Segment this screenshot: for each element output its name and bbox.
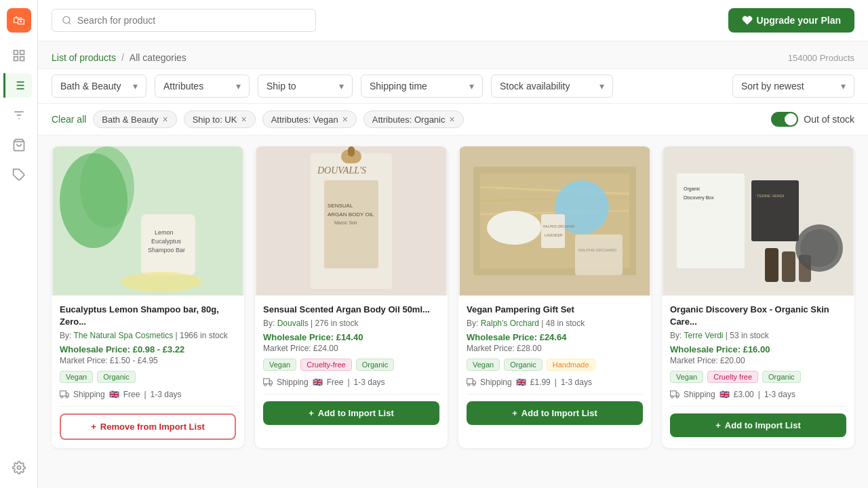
sort-filter[interactable]: Sort by newest ▾ (732, 75, 854, 98)
ship-to-filter[interactable]: Ship to ▾ (258, 75, 353, 98)
upgrade-button[interactable]: Upgrade your Plan (728, 8, 854, 33)
sidebar-item-filters[interactable] (7, 103, 31, 127)
product-image-2: DOUVALL'S SENSUAL ARGAN BODY OIL Maroc S… (255, 146, 448, 296)
stock-availability-filter[interactable]: Stock availability ▾ (491, 75, 613, 98)
shipping-icon (670, 390, 679, 399)
sidebar-item-shop[interactable] (7, 133, 31, 157)
breadcrumb-link[interactable]: List of products (52, 52, 116, 63)
app-logo: 🛍 (7, 8, 31, 33)
product-image-3: RALPHS ORCHARD LAVENDER RALPHS ORCHARD (458, 146, 651, 296)
product-by-1: By: The Natural Spa Cosmetics | 1966 in … (60, 331, 236, 340)
svg-rect-53 (541, 214, 565, 248)
toggle-thumb (785, 113, 797, 125)
svg-rect-56 (575, 235, 623, 275)
svg-line-17 (68, 22, 71, 24)
breadcrumb: List of products / All categories (52, 52, 186, 63)
filter-tag-organic: Attributes: Organic × (363, 110, 464, 128)
product-market-1: Market Price: £1.50 - £4.95 (60, 356, 236, 365)
tag-vegan-1: Vegan (60, 371, 93, 383)
svg-text:Discovery Box: Discovery Box (684, 195, 714, 201)
svg-point-72 (800, 229, 838, 267)
svg-point-75 (671, 396, 673, 399)
sidebar-item-settings[interactable] (7, 455, 31, 480)
shipping-icon (60, 390, 69, 399)
product-seller-link-1[interactable]: The Natural Spa Cosmetics (73, 331, 173, 340)
add-to-import-list-button-4[interactable]: + Add to Import List (670, 413, 846, 437)
svg-rect-1 (20, 51, 24, 55)
svg-point-76 (676, 396, 678, 399)
svg-rect-41 (264, 379, 270, 384)
flag-uk-2: 🇬🇧 (313, 378, 323, 387)
search-box[interactable] (52, 9, 316, 32)
shipping-info-3: Shipping 🇬🇧 £1.99 | 1-3 days (467, 378, 643, 394)
product-by-4: By: Terre Verdi | 53 in stock (670, 331, 846, 340)
svg-point-20 (80, 146, 134, 228)
product-seller-link-2[interactable]: Douvalls (277, 319, 309, 328)
product-seller-link-3[interactable]: Ralph's Orchard (481, 319, 539, 328)
product-title-2: Sensual Scented Argan Body Oil 50ml... (263, 304, 439, 316)
product-info-2: Sensual Scented Argan Body Oil 50ml... B… (255, 296, 448, 433)
category-filter[interactable]: Bath & Beauty ▾ (52, 75, 146, 98)
out-of-stock-toggle-container: Out of stock (771, 112, 854, 127)
out-of-stock-label: Out of stock (804, 114, 854, 125)
svg-point-52 (487, 211, 541, 245)
attributes-filter[interactable]: Attributes ▾ (155, 75, 250, 98)
svg-point-26 (121, 272, 202, 292)
svg-point-61 (473, 384, 475, 386)
svg-rect-28 (60, 391, 66, 396)
product-count: 154000 Products (788, 53, 854, 63)
product-market-2: Market Price: £24.00 (263, 344, 439, 353)
tag-organic-1: Organic (97, 371, 136, 383)
product-info-4: Organic Discovery Box - Organic Skin Car… (662, 296, 854, 445)
svg-rect-69 (782, 251, 795, 282)
search-input[interactable] (77, 15, 306, 26)
shipping-info-4: Shipping 🇬🇧 £3.00 | 1-3 days (670, 390, 846, 407)
remove-ship-uk-tag[interactable]: × (241, 114, 246, 125)
svg-text:SENSUAL: SENSUAL (328, 203, 353, 209)
svg-rect-0 (14, 51, 18, 55)
product-tags-2: Vegan Cruelty-free Organic (263, 359, 439, 371)
clear-all-button[interactable]: Clear all (52, 114, 86, 125)
product-tags-3: Vegan Organic Handmade (467, 359, 643, 371)
chevron-down-icon: ▾ (236, 81, 241, 92)
svg-point-43 (264, 384, 267, 386)
svg-marker-42 (269, 381, 272, 384)
add-to-import-list-button-3[interactable]: + Add to Import List (467, 401, 643, 425)
tag-organic-3: Organic (504, 359, 542, 371)
tag-organic-2: Organic (356, 359, 395, 371)
products-grid: Lemon Eucalyptus Shampoo Bar Eucalyptus … (52, 146, 854, 448)
remove-vegan-tag[interactable]: × (342, 114, 348, 125)
flag-uk-3: 🇬🇧 (516, 378, 526, 387)
breadcrumb-current: All categories (130, 52, 186, 63)
remove-bath-beauty-tag[interactable]: × (162, 114, 167, 125)
remove-organic-tag[interactable]: × (449, 114, 454, 125)
svg-point-44 (269, 384, 271, 386)
sidebar-item-tags[interactable] (7, 163, 31, 187)
tag-handmade-3: Handmade (547, 359, 595, 371)
shipping-time-filter[interactable]: Shipping time ▾ (361, 75, 483, 98)
svg-point-60 (468, 384, 470, 386)
tag-vegan-4: Vegan (670, 371, 703, 383)
svg-text:LAVENDER: LAVENDER (545, 233, 563, 237)
product-card-4: Organic Discovery Box TERRE VERDI (662, 146, 854, 448)
sidebar-item-dashboard[interactable] (7, 43, 31, 68)
products-section: Lemon Eucalyptus Shampoo Bar Eucalyptus … (38, 136, 868, 459)
svg-marker-74 (676, 393, 679, 396)
tag-vegan-2: Vegan (263, 359, 296, 371)
add-to-import-list-button-2[interactable]: + Add to Import List (263, 401, 439, 425)
svg-point-30 (61, 396, 63, 399)
product-wholesale-4: Wholesale Price: £16.00 (670, 344, 846, 354)
product-info-3: Vegan Pampering Gift Set By: Ralph's Orc… (458, 296, 651, 433)
chevron-down-icon: ▾ (133, 81, 138, 92)
product-tags-1: Vegan Organic (60, 371, 236, 383)
svg-rect-3 (20, 57, 24, 61)
product-info-1: Eucalyptus Lemon Shampoo bar, 80g, Zero.… (52, 296, 244, 448)
product-wholesale-3: Wholesale Price: £24.64 (467, 332, 643, 342)
svg-rect-58 (467, 379, 473, 384)
product-seller-link-4[interactable]: Terre Verdi (684, 331, 723, 340)
remove-from-import-list-button[interactable]: + Remove from Import List (60, 413, 236, 440)
svg-marker-59 (473, 381, 475, 384)
sidebar-item-products[interactable] (3, 73, 32, 98)
shipping-icon (467, 378, 476, 387)
out-of-stock-toggle[interactable] (771, 112, 798, 127)
